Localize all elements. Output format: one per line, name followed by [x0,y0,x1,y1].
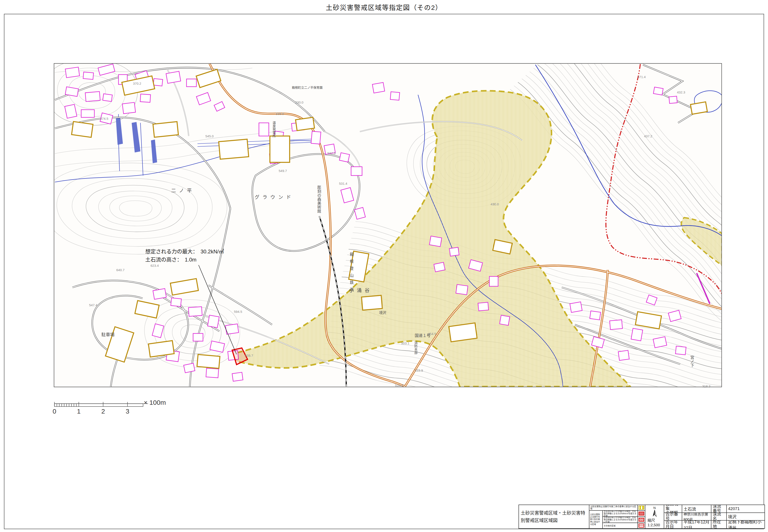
special-zone-over-symbol-icon [639,512,644,516]
info-value-notice-date: 平成17年12月27日 [682,520,711,529]
other-area-symbol-icon [639,524,644,528]
scale-unit: × 100m [144,399,166,406]
legend-row4-symbol-cell [637,523,645,529]
scale-bar-graphic [50,400,204,408]
legend-row2-symbol-cell [637,510,645,517]
info-label-notice-date: 告示年月日 [664,520,682,529]
warning-area-symbol-icon [639,506,644,510]
scale-tick-3: 3 [126,408,129,415]
info-value-phenomenon: 土石流 [682,505,711,513]
info-value-notice-number: 神奈川県告示第800号 [682,512,711,521]
annotation-line1: 想定される力の最大： 30.2kN/㎡ [145,247,224,256]
legend-row1-symbol-cell [637,505,645,511]
info-value-location: 足柄下郡箱根町小涌谷 [726,520,765,529]
info-label-notice-number: 告示番号 [664,512,682,521]
legend-title: 土砂災害警戒区域・土砂災害特別警戒区域区域図 [519,505,589,529]
annotation-line2: 土石流の高さ： 1.0m [145,256,224,264]
info-value-stream-name: 境沢 [726,512,765,521]
page-title: 土砂災害警戒区域等指定図（その2） [0,2,768,12]
legend-row4-label: その他の区域 [602,523,638,529]
info-label-stream-number: 渓流番号 [711,505,727,513]
legend-row3-label: 土石流の高さが1m超える場合、土石等の移動による力が50kN/㎡を超えない区域 [602,516,638,523]
north-letter: N [653,506,656,510]
document-info-table: 土砂災害警戒区域・土砂災害特別警戒区域区域図 土砂災害防止法施行令第二条の基準に… [519,505,765,529]
north-scale-cell: N 縮尺 1:2,500 [645,505,664,529]
info-label-location: 所在地 [711,520,727,529]
info-label-phenomenon: 自然現象 の種類 [664,505,682,513]
legend-row3-symbol-cell [637,516,645,523]
scale-label: 縮尺 [648,518,660,523]
legend-group-header: 土砂災害防止法施行令第三条の基準に該当する区域 [589,510,603,529]
north-arrow-icon: N [650,506,659,517]
info-label-stream-name: 渓流名 [711,512,727,521]
scale-value: 1:2,500 [648,523,660,527]
scale-tick-1: 1 [77,408,81,415]
scale-text: 縮尺 1:2,500 [645,518,660,528]
map-document-page: 土砂災害警戒区域等指定図（その2） [0,0,768,532]
legend-row2-label: 土石流の高さが1m超える場合、土石等の移動による力が50kN/㎡を超える区域 [602,510,638,517]
info-value-stream-number: 42071 [726,505,765,513]
special-zone-under-symbol-icon [639,518,644,522]
topographic-map [54,63,722,387]
scale-tick-0: 0 [53,408,56,415]
scale-tick-2: 2 [101,408,105,415]
hazard-annotation: 想定される力の最大： 30.2kN/㎡ 土石流の高さ： 1.0m [145,247,224,264]
scale-bar: 0 1 2 3 × 100m [50,400,204,419]
legend-row1-label: 土砂災害防止法施行令第二条の基準に該当する区域 [589,505,638,511]
